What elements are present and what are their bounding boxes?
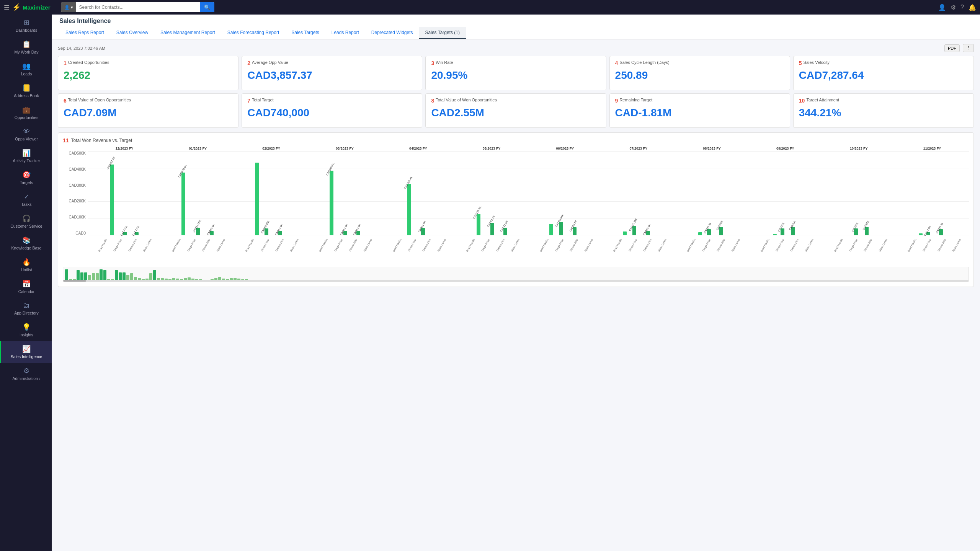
tab-sales-targets-1[interactable]: Sales Targets (1) xyxy=(419,27,466,39)
insights-icon: 💡 xyxy=(22,323,31,331)
sidebar-item-label: Knowledge Base xyxy=(11,246,42,250)
mini-bar xyxy=(122,272,126,281)
metric-label: Win Rate xyxy=(436,60,453,65)
mini-bar xyxy=(77,270,80,281)
period-label: 01/2023 FY xyxy=(161,147,235,150)
sidebar-item-opps-viewer[interactable]: 👁 Opps Viewer xyxy=(0,124,52,145)
chart-number: 11 xyxy=(63,137,69,143)
metric-value: CAD2.55M xyxy=(431,107,600,119)
sidebar-item-knowledge-base[interactable]: 📚 Knowledge Base xyxy=(0,232,52,254)
bar xyxy=(181,173,185,235)
period-bar-group: CAD19.93KCAD12.5K xyxy=(235,163,307,235)
avatar-icon[interactable]: 👤 xyxy=(938,4,946,11)
sidebar-item-activity-tracker[interactable]: 📊 Activity Tracker xyxy=(0,145,52,167)
tab-deprecated-widgets[interactable]: Deprecated Widgets xyxy=(365,27,419,39)
metric-number: 9 xyxy=(615,98,618,104)
metric-header: 10 Target Attainment xyxy=(799,98,968,104)
metric-label: Total Value of Open Opportunities xyxy=(68,98,131,102)
search-input[interactable] xyxy=(76,5,200,10)
mini-bar xyxy=(65,269,68,281)
logo: ⚡ Maximizer xyxy=(12,3,51,11)
tab-leads-report[interactable]: Leads Report xyxy=(325,27,365,39)
mini-bar xyxy=(149,273,152,281)
sidebar-item-calendar[interactable]: 📅 Calendar xyxy=(0,276,52,298)
sidebar-item-label: Leads xyxy=(21,72,32,76)
x-label-group: Brad HamlinDiego PriceDassin EllisRyan L… xyxy=(456,237,528,264)
help-icon[interactable]: ? xyxy=(960,4,964,11)
bar xyxy=(549,224,553,235)
sidebar-item-sales-intelligence[interactable]: 📈 Sales Intelligence xyxy=(0,341,52,363)
period-bar-group: CAD427.4KCAD7.5KCAD7.5K xyxy=(88,161,160,235)
bar xyxy=(559,222,563,235)
tab-sales-forecasting[interactable]: Sales Forecasting Report xyxy=(221,27,285,39)
sidebar-item-dashboards[interactable]: ⊞ Dashboards xyxy=(0,15,52,36)
sidebar: ⊞ Dashboards 📋 My Work Day 👥 Leads 📒 Add… xyxy=(0,15,52,551)
tab-sales-management[interactable]: Sales Management Report xyxy=(154,27,221,39)
tab-sales-targets[interactable]: Sales Targets xyxy=(285,27,325,39)
metric-number: 10 xyxy=(799,98,805,104)
metric-number: 8 xyxy=(431,98,434,104)
mini-bar xyxy=(84,272,87,281)
sidebar-item-label: Insights xyxy=(20,333,33,337)
dashboard-toolbar: Sep 14, 2023 7:02:46 AM PDF ⋮ xyxy=(58,44,974,52)
sidebar-item-app-directory[interactable]: 🗂 App Directory xyxy=(0,298,52,319)
tab-sales-reps[interactable]: Sales Reps Report xyxy=(59,27,110,39)
pdf-button[interactable]: PDF xyxy=(944,44,960,52)
metric-value: 2,262 xyxy=(64,69,233,82)
search-button[interactable]: 🔍 xyxy=(200,2,214,12)
mini-chart[interactable] xyxy=(63,267,969,282)
mini-bar xyxy=(153,270,156,281)
sidebar-item-customer-service[interactable]: 🎧 Customer Service xyxy=(0,210,52,232)
metric-header: 2 Average Opp Value xyxy=(247,60,416,66)
user-dropdown[interactable]: 👤 ▾ xyxy=(61,2,76,12)
y-label: CAD300K xyxy=(63,183,86,187)
sidebar-item-address-book[interactable]: 📒 Address Book xyxy=(0,80,52,102)
sidebar-item-insights[interactable]: 💡 Insights xyxy=(0,319,52,341)
tabs: Sales Reps Report Sales Overview Sales M… xyxy=(59,27,972,39)
search-bar: 👤 ▾ 🔍 xyxy=(61,2,214,12)
sidebar-item-label: Administration › xyxy=(13,376,41,381)
sidebar-item-label: Targets xyxy=(20,180,33,185)
mini-bar xyxy=(115,270,118,281)
customer-service-icon: 🎧 xyxy=(22,214,31,223)
sidebar-item-label: Address Book xyxy=(14,93,39,98)
knowledge-base-icon: 📚 xyxy=(22,236,31,245)
opportunities-icon: 💼 xyxy=(22,106,31,114)
hamburger-icon[interactable]: ☰ xyxy=(4,4,9,11)
metric-card: 8 Total Value of Won Opportunities CAD2.… xyxy=(425,93,606,128)
period-bar-group: CAD20KCAD25K xyxy=(823,223,895,235)
period-label: 07/2023 FY xyxy=(602,147,675,150)
bar xyxy=(773,234,777,235)
period-bar-group: CAD58.04KCAD23.5K xyxy=(529,218,601,235)
x-label-group: Brad HamlinDiego PriceDassin EllisRyan L… xyxy=(603,237,675,264)
period-label: 05/2023 FY xyxy=(455,147,528,150)
timestamp: Sep 14, 2023 7:02:46 AM xyxy=(58,46,105,51)
sidebar-item-label: App Directory xyxy=(14,311,39,315)
settings-icon[interactable]: ⚙ xyxy=(951,4,956,11)
metric-label: Remaining Target xyxy=(619,98,652,102)
sales-intelligence-icon: 📈 xyxy=(22,345,31,353)
metric-card: 6 Total Value of Open Opportunities CAD7… xyxy=(58,93,238,128)
more-button[interactable]: ⋮ xyxy=(963,44,974,52)
metric-label: Target Attainment xyxy=(806,98,839,102)
sidebar-item-hotlist[interactable]: 🔥 Hotlist xyxy=(0,254,52,276)
dashboard: Sep 14, 2023 7:02:46 AM PDF ⋮ 1 Created … xyxy=(52,39,980,551)
logo-text: Maximizer xyxy=(23,4,51,11)
sidebar-item-administration[interactable]: ⚙ Administration › xyxy=(0,363,52,385)
top-nav: ☰ ⚡ Maximizer 👤 ▾ 🔍 👤 ⚙ ? 🔔 xyxy=(0,0,980,15)
bar xyxy=(255,163,259,235)
notification-icon[interactable]: 🔔 xyxy=(969,4,976,11)
sidebar-item-tasks[interactable]: ✓ Tasks xyxy=(0,189,52,210)
metric-header: 4 Sales Cycle Length (Days) xyxy=(615,60,784,66)
sidebar-item-leads[interactable]: 👥 Leads xyxy=(0,58,52,80)
tab-sales-overview[interactable]: Sales Overview xyxy=(110,27,154,39)
metric-label: Created Opportunities xyxy=(68,60,109,65)
sidebar-item-targets[interactable]: 🎯 Targets xyxy=(0,167,52,189)
address-book-icon: 📒 xyxy=(22,84,31,92)
activity-tracker-icon: 📊 xyxy=(22,149,31,157)
sidebar-item-my-work-day[interactable]: 📋 My Work Day xyxy=(0,36,52,58)
chart-container[interactable]: 12/2023 FY01/2023 FY02/2023 FY03/2023 FY… xyxy=(63,147,969,282)
content: Sales Intelligence Sales Reps Report Sal… xyxy=(52,15,980,551)
period-label: 09/2023 FY xyxy=(748,147,822,150)
sidebar-item-opportunities[interactable]: 💼 Opportunities xyxy=(0,102,52,124)
